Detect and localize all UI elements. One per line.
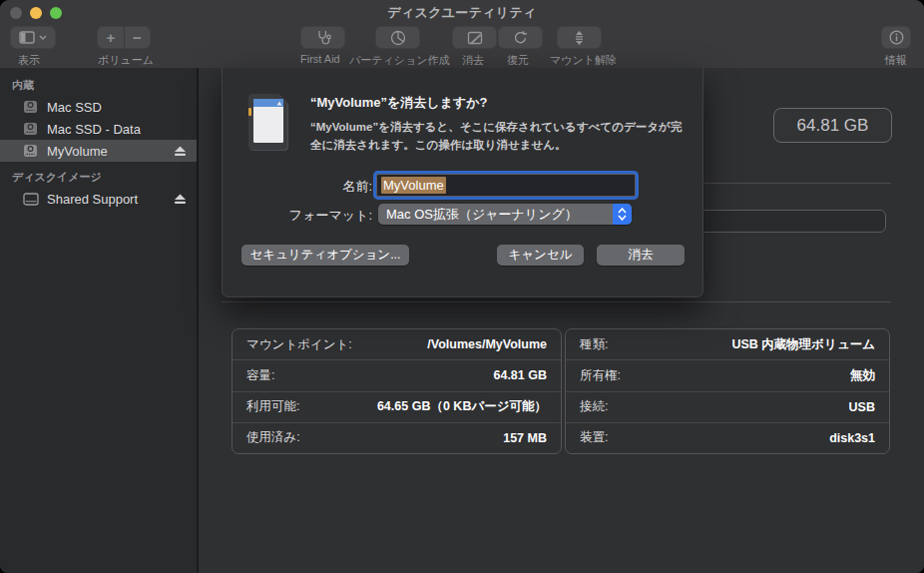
partition-pie-icon <box>390 30 406 46</box>
restore-label: 復元 <box>507 53 529 68</box>
volume-info-table-right: 種類: USB 内蔵物理ボリューム 所有権: 無効 接続: USB 装置: di… <box>565 328 890 454</box>
popup-stepper-icon <box>613 204 632 225</box>
toolbar: 表示 + − ボリューム First Aid パーティション作成 消去 <box>0 22 924 69</box>
internal-drive-icon <box>22 100 39 114</box>
sidebar-pane-icon <box>19 31 35 44</box>
add-volume-button[interactable]: + <box>98 26 124 49</box>
sidebar-item-label: Shared Support <box>47 192 138 207</box>
sidebar-item-label: Mac SSD <box>47 100 102 115</box>
name-field-label: 名前: <box>223 178 372 196</box>
info-row: 所有権: 無効 <box>566 359 889 390</box>
stethoscope-icon <box>315 30 331 45</box>
unmount-button[interactable] <box>557 26 602 49</box>
info-button[interactable] <box>881 26 911 49</box>
sidebar-section-disk-images: ディスクイメージ <box>12 170 102 185</box>
info-row: 種類: USB 内蔵物理ボリューム <box>566 329 889 359</box>
disk-image-icon <box>22 193 39 206</box>
volume-name-input[interactable]: MyVolume <box>376 174 636 197</box>
info-value: 157 MB <box>503 431 547 445</box>
dialog-title: “MyVolume”を消去しますか? <box>310 94 488 112</box>
info-row: 接続: USB <box>566 391 889 422</box>
info-label: 容量: <box>246 367 274 384</box>
sidebar: 内蔵 Mac SSD Mac SSD - Data MyVolume ディスクイ… <box>0 68 199 573</box>
info-label: 接続: <box>580 398 608 415</box>
sidebar-item-mac-ssd-data[interactable]: Mac SSD - Data <box>0 118 197 140</box>
disk-utility-window: ディスクユーティリティ 表示 + − ボリューム First Aid <box>0 0 924 573</box>
volume-info-table-left: マウントポイント: /Volumes/MyVolume 容量: 64.81 GB… <box>231 328 562 454</box>
eject-icon[interactable] <box>174 194 187 205</box>
info-label: 所有権: <box>580 367 621 384</box>
format-field-label: フォーマット: <box>223 207 372 225</box>
sidebar-section-internal: 内蔵 <box>12 78 34 93</box>
info-value: USB 内蔵物理ボリューム <box>731 336 875 353</box>
volume-add-remove-buttons[interactable]: + − <box>97 26 151 49</box>
info-label: 装置: <box>580 429 608 446</box>
info-value: disk3s1 <box>829 431 875 445</box>
erase-button[interactable]: 消去 <box>597 245 685 266</box>
erase-toolbar-button[interactable] <box>452 26 497 49</box>
format-select[interactable]: Mac OS拡張（ジャーナリング） <box>378 204 632 225</box>
info-label: 情報 <box>885 53 907 68</box>
unmount-spindle-icon <box>573 30 586 46</box>
sidebar-item-shared-support[interactable]: Shared Support <box>0 188 197 210</box>
info-label: 使用済み: <box>246 429 300 446</box>
info-label: 種類: <box>580 336 608 353</box>
info-value: 64.81 GB <box>493 368 547 382</box>
info-value: 64.65 GB（0 KBパージ可能） <box>377 398 547 415</box>
eject-icon[interactable] <box>174 146 187 157</box>
remove-volume-button[interactable]: − <box>125 26 151 49</box>
info-label: マウントポイント: <box>246 336 352 353</box>
sd-card-icon <box>248 92 290 152</box>
internal-drive-icon <box>22 144 39 158</box>
internal-drive-icon <box>22 122 39 136</box>
info-row: 容量: 64.81 GB <box>232 359 561 390</box>
capacity-badge: 64.81 GB <box>773 108 892 143</box>
view-label: 表示 <box>18 53 40 68</box>
partition-label: パーティション作成 <box>349 53 450 68</box>
selected-text: MyVolume <box>381 177 446 194</box>
partition-button[interactable] <box>375 26 420 49</box>
erase-volume-dialog: “MyVolume”を消去しますか? “MyVolume”を消去すると、そこに保… <box>222 68 703 297</box>
window-title: ディスクユーティリティ <box>0 4 924 22</box>
restore-arrow-icon <box>513 30 528 45</box>
volume-label: ボリューム <box>98 53 154 68</box>
info-label: 利用可能: <box>246 398 299 415</box>
security-options-button[interactable]: セキュリティオプション... <box>241 245 409 266</box>
view-button[interactable] <box>10 26 56 49</box>
divider <box>222 301 891 302</box>
sidebar-item-mac-ssd[interactable]: Mac SSD <box>0 96 197 118</box>
first-aid-label: First Aid <box>300 53 340 65</box>
format-selected-option: Mac OS拡張（ジャーナリング） <box>386 206 613 224</box>
sidebar-item-label: MyVolume <box>47 144 108 159</box>
info-value: USB <box>849 400 875 414</box>
info-row: 装置: disk3s1 <box>566 422 889 453</box>
sidebar-item-label: Mac SSD - Data <box>47 122 141 137</box>
info-value: /Volumes/MyVolume <box>427 337 547 351</box>
first-aid-button[interactable] <box>300 26 345 49</box>
sidebar-item-myvolume-selected[interactable]: MyVolume <box>0 140 197 162</box>
title-bar: ディスクユーティリティ <box>0 0 924 22</box>
eraser-icon <box>467 31 483 45</box>
info-row: 使用済み: 157 MB <box>232 422 561 453</box>
info-row: マウントポイント: /Volumes/MyVolume <box>232 329 561 359</box>
chevron-down-icon <box>39 35 47 40</box>
info-row: 利用可能: 64.65 GB（0 KBパージ可能） <box>232 391 561 422</box>
dialog-body-text: “MyVolume”を消去すると、そこに保存されているすべてのデータが完全に消去… <box>310 118 692 155</box>
restore-button[interactable] <box>498 26 543 49</box>
unmount-label: マウント解除 <box>550 53 617 68</box>
info-circle-icon <box>889 30 904 45</box>
info-value: 無効 <box>850 367 875 384</box>
cancel-button[interactable]: キャンセル <box>497 245 584 266</box>
erase-toolbar-label: 消去 <box>462 53 484 68</box>
